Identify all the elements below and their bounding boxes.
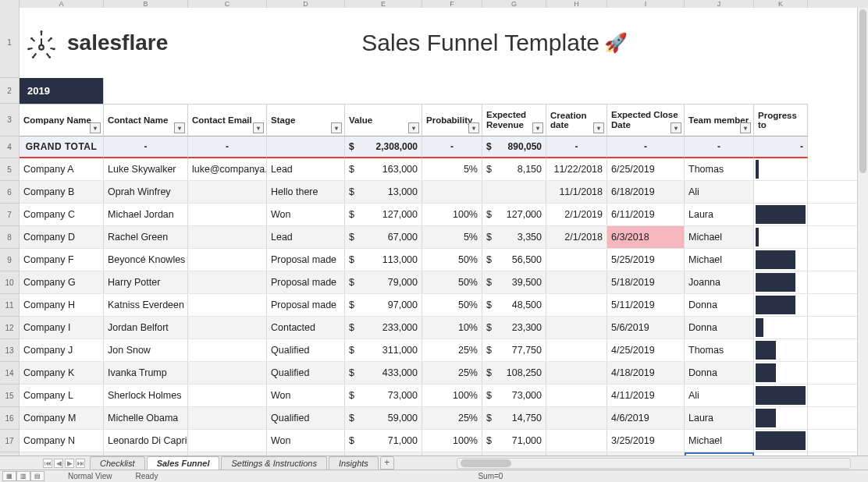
- cell-company[interactable]: Company F: [20, 249, 104, 271]
- cell-company[interactable]: Company G: [20, 271, 104, 293]
- cell-team-member[interactable]: Michael: [685, 249, 754, 271]
- row-header-6[interactable]: 6: [0, 181, 20, 204]
- filter-dropdown-icon[interactable]: ▾: [331, 122, 342, 133]
- cell-team-member[interactable]: Donna: [685, 317, 754, 338]
- filter-dropdown-icon[interactable]: ▾: [408, 122, 419, 133]
- header-expected-close[interactable]: Expected Close Date▾: [607, 104, 685, 136]
- cell-team-member[interactable]: Thomas: [685, 339, 754, 361]
- cell-value[interactable]: $233,000: [345, 317, 422, 338]
- row-header-10[interactable]: 10: [0, 271, 20, 294]
- cell-value[interactable]: $163,000: [345, 158, 422, 180]
- row-header-3[interactable]: 3: [0, 104, 20, 136]
- cell-contact[interactable]: Oprah Winfrey: [104, 181, 188, 203]
- row-header-4[interactable]: 4: [0, 136, 20, 158]
- cell-creation-date[interactable]: [546, 271, 607, 293]
- cell-progress[interactable]: [754, 430, 808, 452]
- cell-expected-revenue[interactable]: [482, 181, 546, 203]
- filter-dropdown-icon[interactable]: ▾: [532, 122, 543, 133]
- cell-contact[interactable]: Beyoncé Knowles: [104, 249, 188, 271]
- cell-creation-date[interactable]: [546, 317, 607, 338]
- cell-team-member[interactable]: Michael: [685, 430, 754, 452]
- header-stage[interactable]: Stage▾: [267, 104, 345, 136]
- cell-expected-revenue[interactable]: $73,000: [482, 385, 546, 406]
- cell-expected-close[interactable]: 3/25/2019: [607, 430, 685, 452]
- cell-value[interactable]: $71,000: [345, 430, 422, 452]
- cell-expected-close[interactable]: 4/18/2019: [607, 362, 685, 384]
- cell-email[interactable]: luke@companya.com: [188, 158, 267, 180]
- cell-probability[interactable]: 50%: [422, 249, 482, 271]
- sheet-tab-insights[interactable]: Insights: [329, 456, 379, 470]
- cell-email[interactable]: [188, 339, 267, 361]
- cell-probability[interactable]: 25%: [422, 362, 482, 384]
- cell-expected-close[interactable]: 4/25/2019: [607, 339, 685, 361]
- cell-team-member[interactable]: Laura: [685, 407, 754, 429]
- view-normal-icon[interactable]: ▦: [2, 471, 16, 481]
- cell-email[interactable]: [188, 317, 267, 338]
- header-expected-revenue[interactable]: Expected Revenue▾: [482, 104, 546, 136]
- cell-email[interactable]: [188, 271, 267, 293]
- cell-team-member[interactable]: Donna: [685, 362, 754, 384]
- cell-progress[interactable]: [754, 249, 808, 271]
- filter-dropdown-icon[interactable]: ▾: [740, 122, 751, 133]
- cell-team-member[interactable]: Laura: [685, 204, 754, 225]
- cell-expected-revenue[interactable]: $14,750: [482, 407, 546, 429]
- vertical-scrollbar[interactable]: [857, 8, 868, 455]
- col-header-K[interactable]: K: [754, 0, 808, 8]
- cell-company[interactable]: Company L: [20, 385, 104, 406]
- view-layout-icon[interactable]: ▥: [16, 471, 30, 481]
- cell-contact[interactable]: Rachel Green: [104, 226, 188, 248]
- cell-stage[interactable]: Proposal made: [267, 294, 345, 316]
- cell-probability[interactable]: 100%: [422, 204, 482, 225]
- cell-contact[interactable]: Luke Skywalker: [104, 158, 188, 180]
- cell-company[interactable]: Company N: [20, 430, 104, 452]
- cell-company[interactable]: Company M: [20, 407, 104, 429]
- sheet-tab-checklist[interactable]: Checklist: [90, 456, 145, 470]
- cell-contact[interactable]: Katniss Everdeen: [104, 294, 188, 316]
- cell-creation-date[interactable]: 11/1/2018: [546, 181, 607, 203]
- cell-stage[interactable]: Hello there: [267, 181, 345, 203]
- cell-expected-close[interactable]: 6/18/2019: [607, 181, 685, 203]
- header-email[interactable]: Contact Email▾: [188, 104, 267, 136]
- cell-contact[interactable]: Michael Jordan: [104, 204, 188, 225]
- sheet-tab-settings[interactable]: Settings & Instructions: [221, 456, 326, 470]
- cell-expected-close[interactable]: 5/18/2019: [607, 271, 685, 293]
- cell-company[interactable]: Company K: [20, 362, 104, 384]
- col-header-J[interactable]: J: [685, 0, 754, 8]
- cell-expected-revenue[interactable]: $77,750: [482, 339, 546, 361]
- row-header-14[interactable]: 14: [0, 362, 20, 385]
- cell-expected-revenue[interactable]: $3,350: [482, 226, 546, 248]
- add-sheet-button[interactable]: +: [380, 456, 394, 470]
- cell-company[interactable]: Company J: [20, 339, 104, 361]
- select-all-corner[interactable]: [0, 0, 20, 8]
- cell-company[interactable]: Company A: [20, 158, 104, 180]
- cell-stage[interactable]: Proposal made: [267, 249, 345, 271]
- cell-stage[interactable]: Qualified: [267, 362, 345, 384]
- header-creation-date[interactable]: Creation date▾: [546, 104, 607, 136]
- cell-expected-revenue[interactable]: $127,000: [482, 204, 546, 225]
- col-header-H[interactable]: H: [546, 0, 607, 8]
- cell-email[interactable]: [188, 362, 267, 384]
- cell-email[interactable]: [188, 407, 267, 429]
- cell-progress[interactable]: [754, 204, 808, 225]
- cell-expected-close[interactable]: 5/6/2019: [607, 317, 685, 338]
- cell-progress[interactable]: [754, 271, 808, 293]
- cell-progress[interactable]: [754, 226, 808, 248]
- cell-stage[interactable]: Lead: [267, 158, 345, 180]
- cell-creation-date[interactable]: [546, 339, 607, 361]
- row-header-13[interactable]: 13: [0, 339, 20, 362]
- vertical-scroll-thumb[interactable]: [859, 9, 866, 173]
- cell-email[interactable]: [188, 249, 267, 271]
- cell-contact[interactable]: Jordan Belfort: [104, 317, 188, 338]
- col-header-D[interactable]: D: [267, 0, 345, 8]
- cell-creation-date[interactable]: 2/1/2019: [546, 204, 607, 225]
- horizontal-scroll-thumb[interactable]: [461, 459, 511, 467]
- cell-email[interactable]: [188, 226, 267, 248]
- cell-expected-close[interactable]: 5/11/2019: [607, 294, 685, 316]
- col-header-G[interactable]: G: [482, 0, 546, 8]
- cell-value[interactable]: $311,000: [345, 339, 422, 361]
- cell-value[interactable]: $79,000: [345, 271, 422, 293]
- cell-company[interactable]: Company H: [20, 294, 104, 316]
- cell-progress[interactable]: [754, 181, 808, 203]
- cell-probability[interactable]: 5%: [422, 226, 482, 248]
- cell-progress[interactable]: [754, 407, 808, 429]
